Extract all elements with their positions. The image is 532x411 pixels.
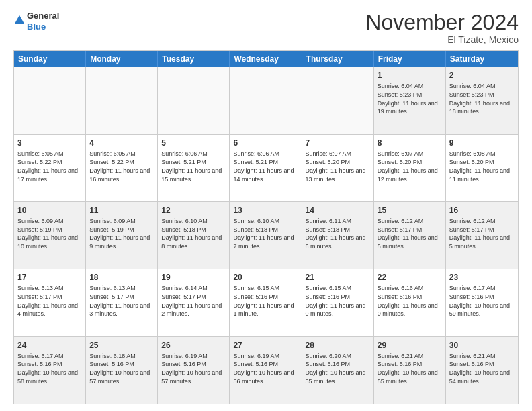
day-cell-28: 28Sunrise: 6:20 AMSunset: 5:16 PMDayligh… bbox=[302, 337, 374, 404]
cell-info: Sunrise: 6:15 AMSunset: 5:16 PMDaylight:… bbox=[233, 284, 298, 318]
day-number: 12 bbox=[161, 205, 226, 216]
cell-info: Sunrise: 6:19 AMSunset: 5:16 PMDaylight:… bbox=[233, 352, 298, 385]
calendar-row-1: 3Sunrise: 6:05 AMSunset: 5:22 PMDaylight… bbox=[14, 134, 518, 201]
title-block: November 2024 El Tizate, Mexico bbox=[365, 11, 519, 45]
calendar-header: SundayMondayTuesdayWednesdayThursdayFrid… bbox=[14, 51, 518, 67]
cell-info: Sunrise: 6:15 AMSunset: 5:16 PMDaylight:… bbox=[306, 284, 370, 318]
day-cell-23: 23Sunrise: 6:17 AMSunset: 5:16 PMDayligh… bbox=[446, 269, 518, 336]
day-cell-4: 4Sunrise: 6:05 AMSunset: 5:22 PMDaylight… bbox=[86, 135, 158, 201]
cell-info: Sunrise: 6:07 AMSunset: 5:20 PMDaylight:… bbox=[378, 150, 442, 183]
location: El Tizate, Mexico bbox=[365, 34, 519, 45]
svg-marker-0 bbox=[15, 15, 25, 24]
cell-info: Sunrise: 6:13 AMSunset: 5:17 PMDaylight:… bbox=[89, 284, 154, 318]
cell-info: Sunrise: 6:14 AMSunset: 5:17 PMDaylight:… bbox=[161, 284, 226, 318]
calendar-row-0: 1Sunrise: 6:04 AMSunset: 5:23 PMDaylight… bbox=[14, 67, 518, 134]
cell-info: Sunrise: 6:12 AMSunset: 5:17 PMDaylight:… bbox=[449, 217, 515, 250]
day-cell-1: 1Sunrise: 6:04 AMSunset: 5:23 PMDaylight… bbox=[374, 67, 446, 134]
day-cell-9: 9Sunrise: 6:08 AMSunset: 5:20 PMDaylight… bbox=[446, 135, 518, 201]
logo-blue: Blue bbox=[27, 21, 59, 32]
day-number: 19 bbox=[161, 272, 226, 283]
day-number: 6 bbox=[233, 138, 298, 148]
cell-info: Sunrise: 6:05 AMSunset: 5:22 PMDaylight:… bbox=[89, 150, 154, 183]
day-number: 17 bbox=[17, 272, 82, 283]
header: General Blue November 2024 El Tizate, Me… bbox=[13, 11, 519, 45]
weekday-header-thursday: Thursday bbox=[302, 51, 374, 67]
day-cell-10: 10Sunrise: 6:09 AMSunset: 5:19 PMDayligh… bbox=[14, 202, 86, 269]
day-cell-17: 17Sunrise: 6:13 AMSunset: 5:17 PMDayligh… bbox=[14, 269, 86, 336]
cell-info: Sunrise: 6:18 AMSunset: 5:16 PMDaylight:… bbox=[89, 352, 154, 385]
cell-info: Sunrise: 6:13 AMSunset: 5:17 PMDaylight:… bbox=[17, 284, 82, 318]
day-number: 2 bbox=[449, 70, 515, 81]
day-cell-15: 15Sunrise: 6:12 AMSunset: 5:17 PMDayligh… bbox=[374, 202, 446, 269]
empty-cell bbox=[230, 67, 302, 134]
day-cell-16: 16Sunrise: 6:12 AMSunset: 5:17 PMDayligh… bbox=[446, 202, 518, 269]
weekday-header-wednesday: Wednesday bbox=[230, 51, 302, 67]
logo: General Blue bbox=[13, 11, 59, 32]
cell-info: Sunrise: 6:04 AMSunset: 5:23 PMDaylight:… bbox=[378, 82, 442, 116]
day-cell-14: 14Sunrise: 6:11 AMSunset: 5:18 PMDayligh… bbox=[302, 202, 374, 269]
cell-info: Sunrise: 6:16 AMSunset: 5:16 PMDaylight:… bbox=[378, 284, 442, 318]
day-number: 3 bbox=[17, 138, 82, 148]
weekday-header-sunday: Sunday bbox=[14, 51, 86, 67]
day-cell-12: 12Sunrise: 6:10 AMSunset: 5:18 PMDayligh… bbox=[158, 202, 230, 269]
cell-info: Sunrise: 6:11 AMSunset: 5:18 PMDaylight:… bbox=[306, 217, 370, 250]
cell-info: Sunrise: 6:06 AMSunset: 5:21 PMDaylight:… bbox=[161, 150, 226, 183]
day-number: 10 bbox=[17, 205, 82, 216]
cell-info: Sunrise: 6:19 AMSunset: 5:16 PMDaylight:… bbox=[161, 352, 226, 385]
day-cell-26: 26Sunrise: 6:19 AMSunset: 5:16 PMDayligh… bbox=[158, 337, 230, 404]
day-number: 28 bbox=[306, 340, 370, 351]
day-number: 22 bbox=[378, 272, 442, 283]
cell-info: Sunrise: 6:10 AMSunset: 5:18 PMDaylight:… bbox=[161, 217, 226, 250]
day-cell-2: 2Sunrise: 6:04 AMSunset: 5:23 PMDaylight… bbox=[446, 67, 518, 134]
day-number: 21 bbox=[306, 272, 370, 283]
month-title: November 2024 bbox=[365, 11, 519, 34]
calendar-row-3: 17Sunrise: 6:13 AMSunset: 5:17 PMDayligh… bbox=[14, 269, 518, 336]
cell-info: Sunrise: 6:09 AMSunset: 5:19 PMDaylight:… bbox=[89, 217, 154, 250]
day-number: 26 bbox=[161, 340, 226, 351]
day-cell-29: 29Sunrise: 6:21 AMSunset: 5:16 PMDayligh… bbox=[374, 337, 446, 404]
empty-cell bbox=[14, 67, 86, 134]
empty-cell bbox=[302, 67, 374, 134]
day-number: 20 bbox=[233, 272, 298, 283]
day-cell-24: 24Sunrise: 6:17 AMSunset: 5:16 PMDayligh… bbox=[14, 337, 86, 404]
day-cell-6: 6Sunrise: 6:06 AMSunset: 5:21 PMDaylight… bbox=[230, 135, 302, 201]
day-cell-18: 18Sunrise: 6:13 AMSunset: 5:17 PMDayligh… bbox=[86, 269, 158, 336]
day-cell-3: 3Sunrise: 6:05 AMSunset: 5:22 PMDaylight… bbox=[14, 135, 86, 201]
day-number: 30 bbox=[449, 340, 515, 351]
cell-info: Sunrise: 6:12 AMSunset: 5:17 PMDaylight:… bbox=[378, 217, 442, 250]
empty-cell bbox=[86, 67, 158, 134]
day-cell-30: 30Sunrise: 6:21 AMSunset: 5:16 PMDayligh… bbox=[446, 337, 518, 404]
cell-info: Sunrise: 6:17 AMSunset: 5:16 PMDaylight:… bbox=[17, 352, 82, 385]
day-number: 15 bbox=[378, 205, 442, 216]
day-cell-27: 27Sunrise: 6:19 AMSunset: 5:16 PMDayligh… bbox=[230, 337, 302, 404]
day-cell-7: 7Sunrise: 6:07 AMSunset: 5:20 PMDaylight… bbox=[302, 135, 374, 201]
calendar-row-2: 10Sunrise: 6:09 AMSunset: 5:19 PMDayligh… bbox=[14, 201, 518, 269]
cell-info: Sunrise: 6:17 AMSunset: 5:16 PMDaylight:… bbox=[449, 284, 515, 318]
day-number: 13 bbox=[233, 205, 298, 216]
day-number: 8 bbox=[378, 138, 442, 148]
day-number: 4 bbox=[89, 138, 154, 148]
logo-general: General bbox=[27, 11, 59, 21]
day-number: 5 bbox=[161, 138, 226, 148]
page: General Blue November 2024 El Tizate, Me… bbox=[0, 0, 532, 411]
weekday-header-monday: Monday bbox=[86, 51, 158, 67]
cell-info: Sunrise: 6:05 AMSunset: 5:22 PMDaylight:… bbox=[17, 150, 82, 183]
day-number: 14 bbox=[306, 205, 370, 216]
cell-info: Sunrise: 6:04 AMSunset: 5:23 PMDaylight:… bbox=[449, 82, 515, 116]
day-number: 9 bbox=[449, 138, 515, 148]
calendar-row-4: 24Sunrise: 6:17 AMSunset: 5:16 PMDayligh… bbox=[14, 336, 518, 404]
day-number: 29 bbox=[378, 340, 442, 351]
day-cell-11: 11Sunrise: 6:09 AMSunset: 5:19 PMDayligh… bbox=[86, 202, 158, 269]
day-number: 27 bbox=[233, 340, 298, 351]
day-number: 11 bbox=[89, 205, 154, 216]
cell-info: Sunrise: 6:08 AMSunset: 5:20 PMDaylight:… bbox=[449, 150, 515, 183]
calendar-body: 1Sunrise: 6:04 AMSunset: 5:23 PMDaylight… bbox=[14, 67, 518, 404]
day-cell-20: 20Sunrise: 6:15 AMSunset: 5:16 PMDayligh… bbox=[230, 269, 302, 336]
day-cell-19: 19Sunrise: 6:14 AMSunset: 5:17 PMDayligh… bbox=[158, 269, 230, 336]
day-cell-13: 13Sunrise: 6:10 AMSunset: 5:18 PMDayligh… bbox=[230, 202, 302, 269]
day-number: 1 bbox=[378, 70, 442, 81]
cell-info: Sunrise: 6:10 AMSunset: 5:18 PMDaylight:… bbox=[233, 217, 298, 250]
day-number: 18 bbox=[89, 272, 154, 283]
day-cell-5: 5Sunrise: 6:06 AMSunset: 5:21 PMDaylight… bbox=[158, 135, 230, 201]
logo-icon bbox=[13, 14, 26, 26]
